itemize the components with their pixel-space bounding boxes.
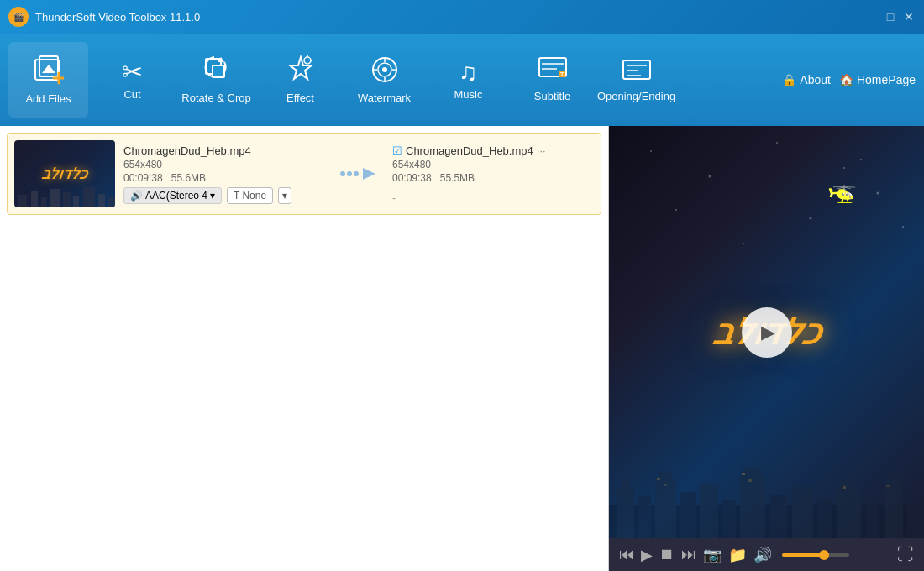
open-folder-btn[interactable]: 📁 xyxy=(728,546,747,564)
svg-rect-68 xyxy=(885,479,903,538)
toolbar-item-cut[interactable]: ✂ Cut xyxy=(92,42,172,118)
subtitle-value: None xyxy=(242,190,266,202)
svg-rect-30 xyxy=(41,197,46,207)
svg-rect-32 xyxy=(63,192,71,207)
svg-rect-59 xyxy=(722,500,736,538)
skip-forward-btn[interactable]: ⏭ xyxy=(681,546,696,563)
homepage-link[interactable]: 🏠 HomePage xyxy=(839,73,916,86)
file-duration: 00:09:38 xyxy=(123,172,163,184)
svg-rect-36 xyxy=(108,197,115,207)
toolbar-item-rotate-crop[interactable]: Rotate & Crop xyxy=(176,42,256,118)
file-item: כלדולב ChromagenDud_Heb.mp4 654x480 xyxy=(7,133,601,215)
output-name: ☑ ChromagenDud_Heb.mp4 ··· xyxy=(392,144,594,157)
skip-back-btn[interactable]: ⏮ xyxy=(619,546,634,563)
watermark-icon xyxy=(370,55,399,88)
svg-rect-55 xyxy=(655,479,676,538)
svg-point-14 xyxy=(382,67,387,72)
home-icon: 🏠 xyxy=(839,73,853,86)
svg-point-37 xyxy=(340,171,345,176)
toolbar-item-add-files[interactable]: Add Files xyxy=(8,42,88,118)
toolbar-item-music[interactable]: ♫ Music xyxy=(428,42,508,118)
svg-text:T: T xyxy=(560,71,564,77)
svg-point-45 xyxy=(877,192,879,195)
svg-rect-64 xyxy=(817,498,832,538)
stop-btn[interactable]: ⏹ xyxy=(659,546,675,563)
lock-icon: 🔒 xyxy=(782,73,796,86)
titlebar: 🎬 ThunderSoft Video Toolbox 11.1.0 — □ ✕ xyxy=(0,0,924,34)
svg-rect-67 xyxy=(866,500,879,538)
svg-rect-60 xyxy=(740,475,765,538)
subtitle-icon: T xyxy=(538,57,567,86)
svg-marker-40 xyxy=(363,168,375,180)
convert-arrow xyxy=(333,161,384,186)
output-duration: 00:09:38 xyxy=(392,172,432,184)
svg-rect-73 xyxy=(748,479,752,482)
main-content: כלדולב ChromagenDud_Heb.mp4 654x480 xyxy=(0,126,924,571)
fullscreen-btn[interactable]: ⛶ xyxy=(897,545,914,564)
homepage-label: HomePage xyxy=(857,73,916,86)
preview-controls: ⏮ ▶ ⏹ ⏭ 📷 📁 🔊 ⛶ xyxy=(609,538,924,571)
svg-point-43 xyxy=(776,142,778,144)
svg-point-38 xyxy=(347,171,352,176)
play-pause-btn[interactable]: ▶ xyxy=(641,546,653,564)
svg-rect-58 xyxy=(700,484,718,538)
preview-area: 🚁 כלדולב ▶ ⏮ ▶ ⏹ ⏭ 📷 📁 🔊 ⛶ xyxy=(609,126,924,571)
svg-rect-61 xyxy=(743,467,762,479)
opening-ending-label: Opening/Ending xyxy=(597,90,675,102)
about-link[interactable]: 🔒 About xyxy=(782,73,831,86)
helicopter-icon: 🚁 xyxy=(827,176,857,204)
svg-point-39 xyxy=(354,171,359,176)
svg-rect-52 xyxy=(617,488,634,538)
output-extra: - xyxy=(392,192,594,204)
close-btn[interactable]: ✕ xyxy=(902,10,916,24)
output-menu-dots[interactable]: ··· xyxy=(537,144,546,157)
rotate-crop-label: Rotate & Crop xyxy=(181,92,250,104)
audio-btn[interactable]: 🔊 AAC(Stereo 4 ▾ xyxy=(123,187,222,204)
thumb-city xyxy=(14,182,115,207)
svg-rect-53 xyxy=(622,479,630,492)
audio-icon: 🔊 xyxy=(130,190,143,202)
effect-label: Effect xyxy=(286,92,314,104)
play-button[interactable]: ▶ xyxy=(742,307,792,358)
svg-rect-74 xyxy=(843,486,846,489)
add-files-label: Add Files xyxy=(25,92,71,105)
subtitle-label: Subtitle xyxy=(534,90,570,102)
file-duration-size: 00:09:38 55.6MB xyxy=(123,172,325,184)
file-thumbnail: כלדולב xyxy=(14,140,115,207)
svg-rect-62 xyxy=(770,495,787,538)
svg-rect-70 xyxy=(657,478,660,480)
subtitle-dropdown-btn[interactable]: ▾ xyxy=(278,187,291,204)
arrow-svg xyxy=(338,161,380,186)
output-resolution: 654x480 xyxy=(392,159,594,170)
toolbar-item-watermark[interactable]: Watermark xyxy=(344,42,424,118)
window-controls: — □ ✕ xyxy=(865,10,916,24)
svg-rect-28 xyxy=(18,195,27,207)
minimize-btn[interactable]: — xyxy=(865,10,879,24)
volume-thumb xyxy=(819,550,829,560)
toolbar-item-effect[interactable]: Effect xyxy=(260,42,340,118)
audio-dropdown-icon: ▾ xyxy=(210,190,215,202)
maximize-btn[interactable]: □ xyxy=(884,10,897,24)
svg-marker-8 xyxy=(290,57,312,79)
svg-rect-71 xyxy=(664,484,667,486)
svg-rect-33 xyxy=(73,196,79,207)
svg-rect-72 xyxy=(742,473,745,475)
subtitle-btn[interactable]: T None xyxy=(227,187,273,204)
toolbar-item-opening-ending[interactable]: Opening/Ending xyxy=(596,42,676,118)
svg-point-44 xyxy=(843,167,845,169)
opening-ending-icon xyxy=(622,57,651,86)
toolbar-item-subtitle[interactable]: T Subtitle xyxy=(512,42,592,118)
volume-bar[interactable] xyxy=(782,553,849,557)
svg-point-46 xyxy=(675,209,677,211)
rotate-crop-icon xyxy=(202,55,231,88)
svg-rect-7 xyxy=(213,65,224,77)
svg-point-48 xyxy=(810,217,812,220)
svg-rect-34 xyxy=(83,187,95,207)
audio-label: AAC(Stereo 4 xyxy=(145,190,207,202)
city-skyline xyxy=(609,454,924,538)
svg-rect-57 xyxy=(680,492,696,538)
screenshot-btn[interactable]: 📷 xyxy=(703,546,722,564)
toolbar: Add Files ✂ Cut Rotate & Crop Effect xyxy=(0,34,924,126)
output-info: ☑ ChromagenDud_Heb.mp4 ··· 654x480 00:09… xyxy=(392,144,594,204)
music-label: Music xyxy=(454,88,483,101)
